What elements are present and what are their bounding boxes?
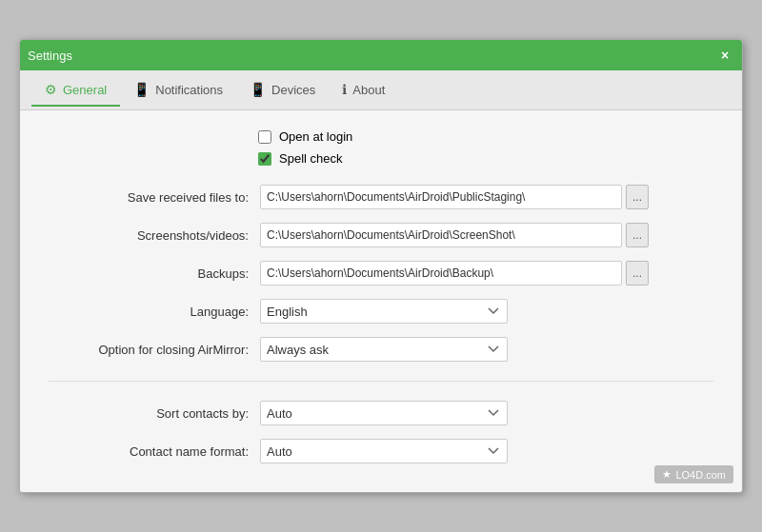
screenshots-input[interactable] [260,223,622,247]
titlebar: Settings × [20,40,742,70]
save-files-row: Save received files to: ... [49,185,713,209]
section-divider [49,381,713,382]
contact-form-grid: Sort contacts by: Auto First name Last n… [49,401,713,463]
watermark-logo: ★ [662,468,672,481]
tab-notifications-label: Notifications [155,83,223,97]
contact-format-dropdown[interactable]: Auto First Last Last First [260,439,508,463]
tab-about-label: About [352,83,385,97]
tab-general-label: General [63,83,107,97]
open-at-login-label: Open at login [279,129,352,144]
close-option-label: Option for closing AirMirror: [49,343,249,357]
backups-label: Backups: [49,266,249,281]
watermark: ★ LO4D.com [654,465,733,483]
tab-devices-label: Devices [271,83,315,97]
settings-content: Open at login Spell check Save received … [20,110,742,492]
tab-bar: ⚙ General 📱 Notifications 📱 Devices ℹ Ab… [20,70,742,110]
backups-row: Backups: ... [49,261,713,286]
checkbox-group: Open at login Spell check [258,129,713,166]
close-option-input-group: Always ask Minimize to tray Exit [260,337,713,362]
language-dropdown[interactable]: English Chinese French German Spanish [260,299,508,324]
language-row: Language: English Chinese French German … [49,299,713,324]
save-files-input[interactable] [260,185,622,209]
screenshots-label: Screenshots/videos: [49,228,249,243]
spell-check-row: Spell check [258,151,713,166]
save-files-browse-btn[interactable]: ... [626,185,649,209]
screenshots-row: Screenshots/videos: ... [49,223,713,247]
tab-notifications[interactable]: 📱 Notifications [120,74,236,107]
phone-icon-devices: 📱 [250,82,266,97]
backups-browse-btn[interactable]: ... [626,261,649,286]
close-option-dropdown[interactable]: Always ask Minimize to tray Exit [260,337,508,362]
spell-check-checkbox[interactable] [258,152,271,166]
save-files-input-group: ... [260,185,713,209]
sort-contacts-dropdown[interactable]: Auto First name Last name [260,401,508,425]
watermark-text: LO4D.com [675,469,726,481]
close-button[interactable]: × [715,46,734,65]
language-label: Language: [49,305,249,319]
contact-format-label: Contact name format: [49,444,249,459]
backups-input[interactable] [260,261,622,286]
contact-format-row: Contact name format: Auto First Last Las… [49,439,713,463]
open-at-login-row: Open at login [258,129,713,144]
tab-general[interactable]: ⚙ General [31,74,120,107]
sort-contacts-input-group: Auto First name Last name [260,401,713,425]
gear-icon: ⚙ [45,82,57,97]
sort-contacts-label: Sort contacts by: [49,406,249,421]
language-input-group: English Chinese French German Spanish [260,299,713,324]
save-files-label: Save received files to: [49,190,249,205]
tab-devices[interactable]: 📱 Devices [236,74,329,107]
screenshots-browse-btn[interactable]: ... [626,223,649,247]
tab-about[interactable]: ℹ About [329,74,398,107]
window-title: Settings [28,49,72,63]
form-grid: Save received files to: ... Screenshots/… [49,185,713,362]
contact-format-input-group: Auto First Last Last First [260,439,713,463]
backups-input-group: ... [260,261,713,286]
spell-check-label: Spell check [279,151,342,166]
close-option-row: Option for closing AirMirror: Always ask… [49,337,713,362]
screenshots-input-group: ... [260,223,713,247]
settings-window: Settings × ⚙ General 📱 Notifications 📱 D… [19,39,743,493]
open-at-login-checkbox[interactable] [258,130,271,144]
sort-contacts-row: Sort contacts by: Auto First name Last n… [49,401,713,425]
info-icon: ℹ [342,82,347,97]
phone-icon-notifications: 📱 [133,82,150,97]
